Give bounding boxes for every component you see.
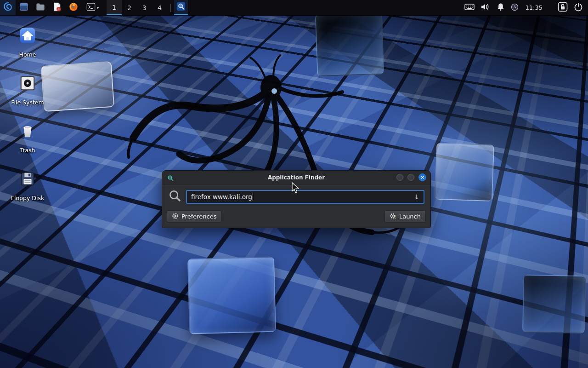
button-row: Preferences Launch bbox=[162, 204, 430, 223]
minimize-button[interactable] bbox=[396, 174, 403, 181]
desktop-icon-trash[interactable]: Trash bbox=[8, 122, 47, 154]
firefox-icon bbox=[68, 2, 79, 13]
launcher-text-editor[interactable] bbox=[49, 0, 65, 15]
search-input-value: firefox www.kali.org bbox=[191, 193, 252, 201]
text-caret bbox=[253, 193, 254, 201]
workspace-4[interactable]: 4 bbox=[152, 0, 167, 15]
search-row: firefox www.kali.org ↓ bbox=[162, 185, 430, 204]
desktop-icon-label: Home bbox=[19, 51, 36, 58]
panel-separator bbox=[170, 4, 171, 12]
workspace-2[interactable]: 2 bbox=[122, 0, 137, 15]
file-manager-icon bbox=[19, 2, 29, 13]
workspace-3[interactable]: 3 bbox=[137, 0, 152, 15]
desktop-icon-label: File System bbox=[11, 99, 44, 106]
terminal-icon bbox=[86, 2, 96, 13]
desktop-icon-label: Trash bbox=[20, 147, 35, 154]
status-tray-button[interactable] bbox=[509, 0, 521, 15]
close-button[interactable]: × bbox=[418, 173, 426, 181]
desktop-icon-home[interactable]: Home bbox=[8, 27, 47, 58]
keyboard-icon bbox=[464, 3, 475, 12]
home-folder-icon bbox=[19, 27, 36, 46]
file-system-drive-icon bbox=[19, 75, 36, 94]
close-icon: × bbox=[420, 175, 424, 180]
folder-icon bbox=[35, 2, 45, 13]
system-tray: 11:35 bbox=[462, 0, 588, 15]
window-controls: × bbox=[396, 173, 426, 181]
power-button[interactable] bbox=[571, 0, 586, 15]
application-finder-window: Application Finder × firefox www.kali.or… bbox=[162, 170, 431, 228]
notifications-tray-button[interactable] bbox=[493, 0, 509, 15]
status-circle-icon bbox=[511, 3, 519, 12]
text-editor-icon bbox=[52, 2, 62, 13]
speaker-icon bbox=[481, 3, 490, 12]
launch-icon bbox=[390, 213, 396, 221]
keyboard-layout-tray-button[interactable] bbox=[462, 0, 477, 15]
workspace-1[interactable]: 1 bbox=[107, 0, 122, 15]
launcher-folders[interactable] bbox=[32, 0, 49, 15]
gear-icon bbox=[172, 213, 179, 221]
trash-icon bbox=[19, 122, 36, 142]
lock-icon bbox=[558, 2, 568, 13]
search-icon bbox=[168, 189, 181, 204]
screen-lock-button[interactable] bbox=[555, 0, 571, 15]
titlebar[interactable]: Application Finder × bbox=[162, 171, 430, 185]
panel-launchers: ▾ 1 2 3 4 bbox=[0, 0, 188, 15]
workspace-switcher: 1 2 3 4 bbox=[107, 0, 167, 15]
launch-button[interactable]: Launch bbox=[384, 210, 426, 223]
kali-logo-icon bbox=[2, 1, 13, 14]
kali-menu-button[interactable] bbox=[0, 0, 16, 15]
clock-text: 11:35 bbox=[526, 4, 543, 11]
launcher-file-manager[interactable] bbox=[16, 0, 32, 15]
desktop-icon-file-system[interactable]: File System bbox=[8, 75, 47, 106]
window-title: Application Finder bbox=[162, 174, 430, 181]
preferences-button[interactable]: Preferences bbox=[167, 210, 221, 223]
launcher-terminal[interactable]: ▾ bbox=[82, 0, 103, 15]
clock[interactable]: 11:35 bbox=[521, 0, 547, 15]
app-finder-icon bbox=[176, 1, 186, 13]
floppy-disk-icon bbox=[19, 170, 36, 190]
desktop-icon-label: Floppy Disk bbox=[11, 195, 44, 201]
volume-tray-button[interactable] bbox=[477, 0, 493, 15]
bell-icon bbox=[496, 2, 505, 13]
entry-dropdown-icon[interactable]: ↓ bbox=[414, 193, 419, 201]
launcher-firefox[interactable] bbox=[65, 0, 82, 15]
top-panel: ▾ 1 2 3 4 bbox=[0, 0, 588, 16]
search-input[interactable]: firefox www.kali.org ↓ bbox=[186, 190, 424, 204]
taskbar-application-finder[interactable] bbox=[174, 0, 188, 15]
desktop-icon-floppy-disk[interactable]: Floppy Disk bbox=[8, 170, 47, 201]
maximize-button[interactable] bbox=[407, 174, 414, 181]
launch-label: Launch bbox=[399, 213, 421, 220]
terminal-dropdown-caret-icon[interactable]: ▾ bbox=[97, 6, 99, 10]
power-icon bbox=[574, 2, 583, 13]
preferences-label: Preferences bbox=[181, 213, 216, 220]
